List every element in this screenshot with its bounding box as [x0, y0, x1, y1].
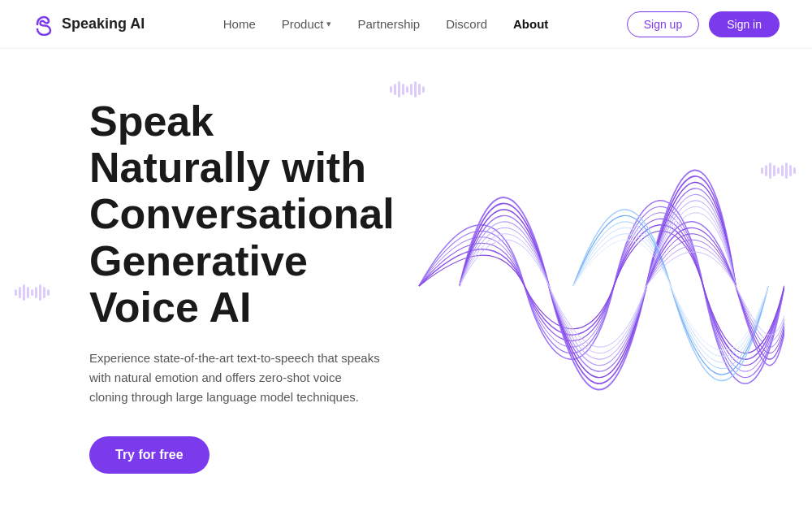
logo-text: Speaking AI	[62, 15, 145, 32]
wave-decoration-top	[390, 81, 425, 98]
hero-text: Speak Naturally with Conversational Gene…	[89, 98, 395, 474]
waveform-illustration	[395, 132, 784, 440]
hero-section: Speak Naturally with Conversational Gene…	[0, 49, 812, 507]
signin-button[interactable]: Sign in	[709, 11, 780, 37]
navbar: Speaking AI Home Product ▾ Partnership D…	[0, 0, 812, 49]
nav-product[interactable]: Product ▾	[282, 17, 332, 31]
nav-home[interactable]: Home	[223, 17, 256, 31]
chevron-down-icon: ▾	[326, 19, 331, 29]
signup-button[interactable]: Sign up	[627, 11, 699, 37]
nav-actions: Sign up Sign in	[627, 11, 780, 37]
wave-decoration-left	[15, 284, 50, 301]
hero-visual	[395, 98, 784, 474]
logo-icon	[32, 13, 55, 36]
hero-description: Experience state-of-the-art text-to-spee…	[89, 349, 382, 407]
nav-about[interactable]: About	[513, 17, 548, 31]
nav-links: Home Product ▾ Partnership Discord About	[223, 17, 549, 31]
logo[interactable]: Speaking AI	[32, 13, 145, 36]
cta-button[interactable]: Try for free	[89, 436, 209, 474]
nav-discord[interactable]: Discord	[446, 17, 487, 31]
nav-partnership[interactable]: Partnership	[357, 17, 420, 31]
hero-title: Speak Naturally with Conversational Gene…	[89, 98, 395, 331]
